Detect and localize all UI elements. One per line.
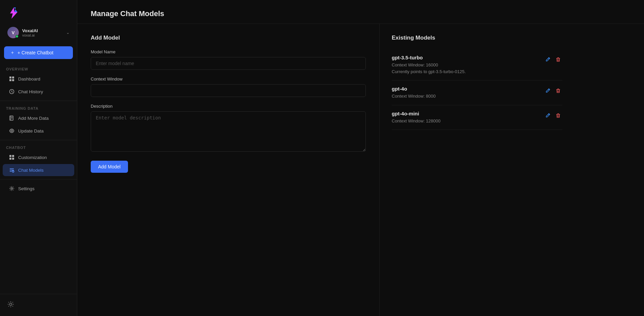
sidebar-item-settings[interactable]: Settings — [3, 182, 74, 195]
main-content: Manage Chat Models Add Model Model Name … — [77, 0, 644, 316]
svg-rect-10 — [12, 158, 14, 160]
description-group: Description — [91, 104, 366, 153]
svg-line-23 — [8, 306, 9, 307]
delete-model-button[interactable] — [554, 87, 562, 95]
svg-rect-8 — [12, 155, 14, 157]
status-dot — [15, 35, 18, 38]
context-window-input[interactable]: 8000 — [91, 84, 366, 97]
user-name: VoxalAI — [22, 28, 63, 33]
model-name-input[interactable] — [91, 57, 366, 70]
gear-icon — [9, 186, 15, 192]
model-item: gpt-4o-miniContext Window: 128000 — [392, 105, 562, 130]
svg-point-16 — [10, 303, 12, 306]
add-model-button[interactable]: Add Model — [91, 161, 128, 173]
model-note: Currently points to gpt-3.5-turbo-0125. — [392, 68, 544, 75]
grid-icon — [9, 76, 15, 82]
page-header: Manage Chat Models — [77, 0, 644, 24]
sidebar-item-update-data[interactable]: Update Data — [3, 125, 74, 137]
model-name: gpt-3.5-turbo — [392, 55, 544, 60]
svg-line-31 — [549, 114, 550, 115]
create-chatbot-label: + Create Chatbot — [17, 50, 53, 55]
nav-divider-3 — [0, 179, 77, 179]
clock-icon — [9, 89, 15, 95]
avatar: V — [7, 27, 19, 38]
content-area: Add Model Model Name Context Window 8000… — [77, 24, 644, 316]
plus-icon: ＋ — [10, 50, 15, 56]
existing-models-title: Existing Models — [392, 35, 562, 41]
existing-models-panel: Existing Models gpt-3.5-turboContext Win… — [380, 24, 574, 316]
svg-rect-9 — [9, 158, 11, 160]
model-context-window: Context Window: 128000 — [392, 118, 544, 124]
sidebar: V VoxalAI voxal.ai ⌄ ＋ + Create Chatbot … — [0, 0, 77, 316]
model-item: gpt-3.5-turboContext Window: 16000Curren… — [392, 49, 562, 81]
sidebar-item-customization-label: Customization — [18, 155, 47, 160]
sidebar-item-add-more-data-label: Add More Data — [18, 116, 49, 121]
sidebar-item-chat-history[interactable]: Chat History — [3, 86, 74, 98]
model-name-label: Model Name — [91, 49, 366, 54]
sidebar-item-dashboard[interactable]: Dashboard — [3, 73, 74, 85]
page-title: Manage Chat Models — [91, 9, 631, 18]
edit-model-button[interactable] — [544, 87, 552, 95]
description-label: Description — [91, 104, 366, 109]
edit-model-button[interactable] — [544, 55, 552, 64]
sidebar-item-customization[interactable]: Customization — [3, 151, 74, 163]
theme-toggle-button[interactable] — [6, 300, 15, 311]
edit-model-button[interactable] — [544, 111, 552, 120]
svg-point-6 — [11, 130, 13, 132]
model-actions — [544, 111, 562, 120]
chevron-icon: ⌄ — [66, 30, 70, 35]
svg-rect-7 — [9, 155, 11, 157]
model-actions — [544, 55, 562, 64]
nav-section-training: Training Data — [0, 104, 77, 112]
model-info: gpt-4o-miniContext Window: 128000 — [392, 111, 544, 124]
eye-icon — [9, 128, 15, 134]
svg-rect-2 — [9, 79, 11, 81]
svg-rect-3 — [12, 79, 14, 81]
sidebar-bottom — [0, 294, 77, 316]
user-profile[interactable]: V VoxalAI voxal.ai ⌄ — [3, 24, 74, 42]
model-context-window: Context Window: 8000 — [392, 93, 544, 100]
svg-point-15 — [11, 188, 13, 190]
sidebar-item-chat-models[interactable]: Chat Models — [3, 164, 74, 176]
nav-section-chatbot: Chatbot — [0, 143, 77, 151]
grid2-icon — [9, 154, 15, 160]
delete-model-button[interactable] — [554, 55, 562, 64]
model-name: gpt-4o — [392, 86, 544, 92]
sidebar-item-update-data-label: Update Data — [18, 128, 44, 134]
svg-point-14 — [12, 171, 14, 172]
model-actions — [544, 86, 562, 95]
nav-divider-2 — [0, 140, 77, 140]
user-domain: voxal.ai — [22, 33, 63, 37]
model-context-window: Context Window: 16000 — [392, 62, 544, 68]
delete-model-button[interactable] — [554, 111, 562, 120]
create-chatbot-button[interactable]: ＋ + Create Chatbot — [4, 46, 73, 59]
svg-line-25 — [549, 58, 550, 59]
model-info: gpt-4oContext Window: 8000 — [392, 86, 544, 100]
nav-divider-1 — [0, 101, 77, 101]
model-info: gpt-3.5-turboContext Window: 16000Curren… — [392, 55, 544, 75]
svg-rect-1 — [12, 76, 14, 78]
sidebar-item-chat-history-label: Chat History — [18, 89, 43, 94]
context-window-label: Context Window — [91, 76, 366, 82]
svg-line-24 — [12, 302, 13, 303]
svg-line-21 — [8, 302, 9, 303]
sidebar-item-settings-label: Settings — [18, 186, 35, 191]
logo — [0, 0, 77, 24]
svg-line-28 — [549, 89, 550, 90]
models-list: gpt-3.5-turboContext Window: 16000Curren… — [392, 49, 562, 130]
context-window-group: Context Window 8000 — [91, 76, 366, 97]
sidebar-item-dashboard-label: Dashboard — [18, 76, 40, 82]
model-name-group: Model Name — [91, 49, 366, 70]
add-model-title: Add Model — [91, 35, 366, 41]
lines-icon — [9, 167, 15, 173]
user-info: VoxalAI voxal.ai — [22, 28, 63, 37]
add-model-panel: Add Model Model Name Context Window 8000… — [77, 24, 380, 316]
svg-rect-0 — [9, 76, 11, 78]
sidebar-item-chat-models-label: Chat Models — [18, 168, 44, 173]
description-textarea[interactable] — [91, 111, 366, 152]
model-item: gpt-4oContext Window: 8000 — [392, 81, 562, 105]
sidebar-item-add-more-data[interactable]: Add More Data — [3, 112, 74, 124]
model-name: gpt-4o-mini — [392, 111, 544, 116]
svg-line-22 — [12, 306, 13, 307]
nav-section-overview: Overview — [0, 64, 77, 72]
